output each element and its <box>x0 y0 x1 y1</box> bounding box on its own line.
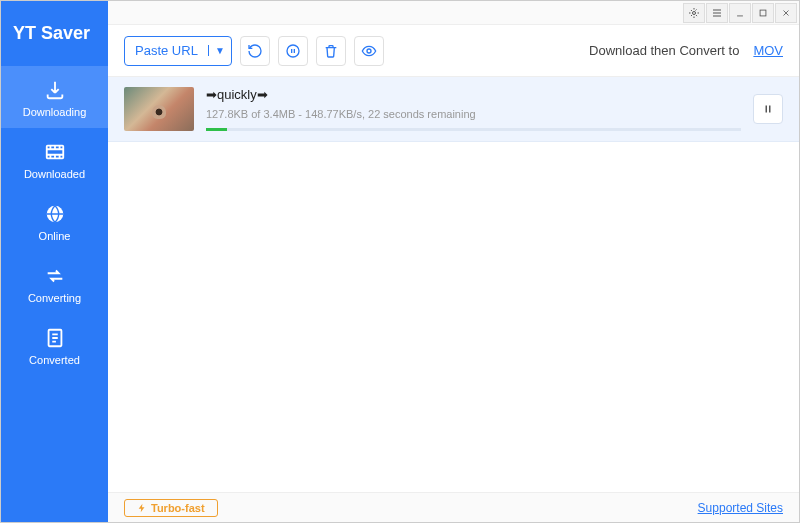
settings-button[interactable] <box>683 3 705 23</box>
svg-rect-4 <box>760 10 766 16</box>
film-icon <box>43 140 67 164</box>
bolt-icon <box>137 502 147 514</box>
download-icon <box>43 78 67 102</box>
pause-all-button[interactable] <box>278 36 308 66</box>
minimize-button[interactable] <box>729 3 751 23</box>
download-status: 127.8KB of 3.4MB - 148.77KB/s, 22 second… <box>206 108 741 120</box>
sidebar-item-label: Online <box>39 230 71 242</box>
paste-url-button[interactable]: Paste URL ▼ <box>124 36 232 66</box>
convert-icon <box>43 264 67 288</box>
supported-sites-link[interactable]: Supported Sites <box>698 501 783 515</box>
pause-button[interactable] <box>753 94 783 124</box>
turbo-fast-button[interactable]: Turbo-fast <box>124 499 218 517</box>
window-titlebar <box>108 1 799 25</box>
sidebar-item-label: Downloaded <box>24 168 85 180</box>
chevron-down-icon[interactable]: ▼ <box>208 45 231 56</box>
sidebar-item-downloading[interactable]: Downloading <box>1 66 108 128</box>
download-title: ➡quickly➡ <box>206 87 741 102</box>
sidebar-item-label: Downloading <box>23 106 87 118</box>
svg-point-5 <box>287 45 299 57</box>
svg-rect-7 <box>766 106 768 113</box>
download-info: ➡quickly➡ 127.8KB of 3.4MB - 148.77KB/s,… <box>206 87 741 131</box>
convert-format-link[interactable]: MOV <box>753 43 783 58</box>
progress-fill <box>206 128 227 131</box>
sidebar-item-downloaded[interactable]: Downloaded <box>1 128 108 190</box>
retry-button[interactable] <box>240 36 270 66</box>
sidebar-item-label: Converting <box>28 292 81 304</box>
svg-rect-8 <box>769 106 771 113</box>
video-thumbnail <box>124 87 194 131</box>
close-button[interactable] <box>775 3 797 23</box>
paste-url-label: Paste URL <box>125 43 208 58</box>
svg-point-3 <box>693 11 696 14</box>
sidebar-item-online[interactable]: Online <box>1 190 108 252</box>
delete-button[interactable] <box>316 36 346 66</box>
turbo-label: Turbo-fast <box>151 502 205 514</box>
download-list: ➡quickly➡ 127.8KB of 3.4MB - 148.77KB/s,… <box>108 77 799 492</box>
sidebar-item-converted[interactable]: Converted <box>1 314 108 376</box>
footer: Turbo-fast Supported Sites <box>108 492 799 522</box>
app-title: YT Saver <box>1 1 108 66</box>
globe-icon <box>43 202 67 226</box>
convert-to-label: Download then Convert to <box>589 43 739 58</box>
download-row[interactable]: ➡quickly➡ 127.8KB of 3.4MB - 148.77KB/s,… <box>108 77 799 142</box>
sidebar-item-label: Converted <box>29 354 80 366</box>
maximize-button[interactable] <box>752 3 774 23</box>
main-panel: Paste URL ▼ Download then Convert to MOV… <box>108 1 799 522</box>
sidebar: YT Saver Downloading Downloaded Online C… <box>1 1 108 522</box>
document-icon <box>43 326 67 350</box>
svg-point-6 <box>367 49 371 53</box>
progress-bar <box>206 128 741 131</box>
toolbar: Paste URL ▼ Download then Convert to MOV <box>108 25 799 77</box>
sidebar-item-converting[interactable]: Converting <box>1 252 108 314</box>
preview-button[interactable] <box>354 36 384 66</box>
menu-button[interactable] <box>706 3 728 23</box>
